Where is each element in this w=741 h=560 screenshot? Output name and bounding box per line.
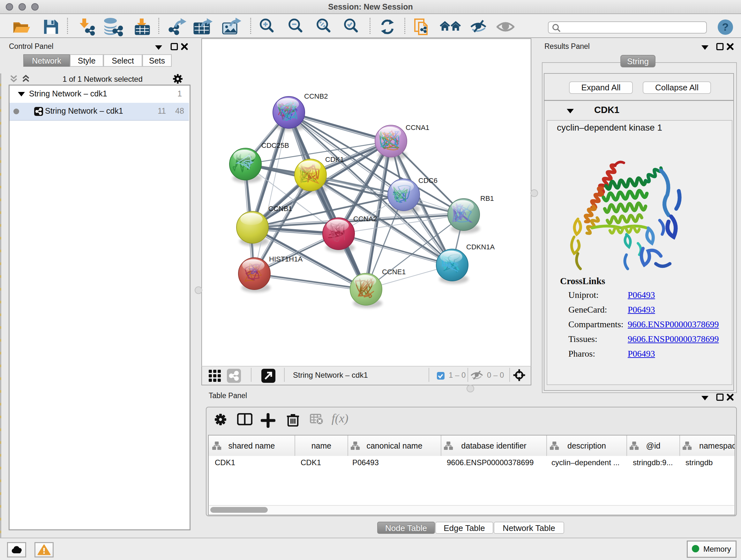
svg-text:CDK1: CDK1	[325, 155, 344, 164]
svg-text:CCNA2: CCNA2	[353, 215, 377, 223]
svg-text:RB1: RB1	[480, 194, 494, 202]
svg-text:CCNB2: CCNB2	[304, 92, 328, 100]
svg-text:CDKN1A: CDKN1A	[466, 243, 495, 251]
svg-text:CDC6: CDC6	[418, 177, 437, 185]
svg-text:CDC25B: CDC25B	[261, 141, 289, 149]
svg-text:CCNE1: CCNE1	[382, 268, 406, 276]
svg-text:?: ?	[722, 21, 729, 33]
svg-text:CCNA1: CCNA1	[406, 124, 429, 132]
svg-text:CCNB1: CCNB1	[268, 205, 292, 212]
svg-text:HIST1H1A: HIST1H1A	[269, 255, 302, 263]
